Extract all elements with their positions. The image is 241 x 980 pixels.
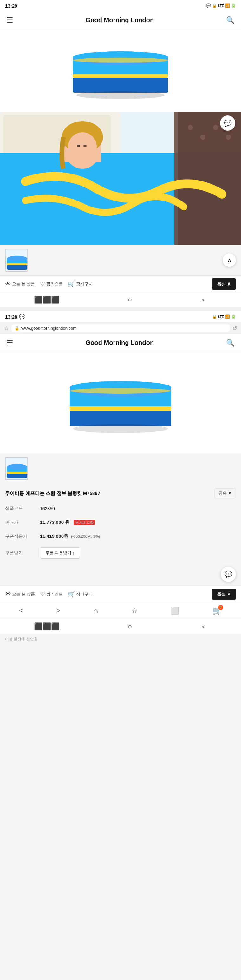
- status-icons-2: 🔒 LTE 📶 🔋: [212, 314, 236, 319]
- chat-bubble-float-1[interactable]: 💬: [220, 116, 235, 131]
- search-button-1[interactable]: 🔍: [226, 16, 235, 24]
- today-product-action-2[interactable]: 👁 오늘 본 상품: [5, 591, 35, 597]
- product-coupon-download-row: 쿠폰받기 쿠폰 다운받기 ↓: [0, 544, 241, 563]
- today-product-action-1[interactable]: 👁 오늘 본 상품: [5, 280, 35, 287]
- svg-rect-30: [70, 406, 171, 411]
- svg-rect-13: [178, 112, 241, 245]
- code-label: 상품코드: [0, 502, 35, 515]
- price-value-text: 11,773,000 원: [40, 519, 70, 525]
- signal-bars-icon-2: 📶: [225, 314, 230, 319]
- eye-icon-1: 👁: [5, 280, 11, 287]
- thumb-1[interactable]: [5, 249, 28, 272]
- coupon-download-label: 쿠폰받기: [0, 544, 35, 563]
- cart-label-2: 장바구니: [76, 591, 93, 597]
- status-bar-1: 13:29 💬 🔒 LTE 📶 🔋: [0, 0, 241, 11]
- cart-label-1: 장바구니: [76, 281, 93, 287]
- site-title-1: Good Morning London: [86, 16, 154, 24]
- code-value: 162350: [35, 502, 241, 515]
- today-product-label-1: 오늘 본 상품: [12, 281, 35, 287]
- url-text-2: www.goodmorninglondon.com: [21, 326, 76, 331]
- chat-status-icon: 💬: [206, 3, 211, 8]
- product-info-table-2: 상품코드 162350 판매가 11,773,000 원 부가세 포함 쿠폰적용…: [0, 502, 241, 563]
- product-image-area-2: [0, 352, 241, 453]
- bookmark-icon-2[interactable]: ☆: [4, 325, 9, 332]
- thumbnail-section-1: ∧: [0, 245, 241, 275]
- bottom-action-bar-1: 👁 오늘 본 상품 ♡ 찜리스트 🛒 장바구니 옵션 ∧: [0, 275, 241, 292]
- svg-point-14: [188, 125, 193, 130]
- phone-home-icon-2[interactable]: ○: [128, 622, 132, 631]
- bnav-cart-2[interactable]: 🛒 0: [212, 606, 222, 615]
- product-title-row-2: 루이비통 애프터눈 스윔 점보 블랭킷 M75897 공유 ▼: [0, 484, 241, 502]
- phone-nav-bar-2: ⬛⬛⬛ ○ ＜: [0, 619, 241, 634]
- options-label-2: 옵션: [217, 591, 226, 597]
- small-thumb-item-2[interactable]: [5, 457, 28, 480]
- reload-icon-2[interactable]: ↺: [232, 325, 237, 332]
- hamburger-menu-2[interactable]: ☰: [6, 339, 13, 347]
- hamburger-menu-1[interactable]: ☰: [6, 16, 13, 25]
- price-label: 판매가: [0, 515, 35, 530]
- wishlist-label-1: 찜리스트: [46, 281, 63, 287]
- product-code-row: 상품코드 162350: [0, 502, 241, 515]
- cart-action-2[interactable]: 🛒 장바구니: [68, 591, 93, 598]
- svg-rect-26: [7, 263, 27, 265]
- scroll-up-button-1[interactable]: ∧: [223, 253, 236, 267]
- bnav-back-2[interactable]: <: [19, 606, 23, 615]
- svg-point-23: [83, 145, 87, 147]
- bnav-star-2[interactable]: ☆: [131, 606, 138, 615]
- forward-nav-icon-2: >: [56, 606, 60, 615]
- signal-bars-icon: 📶: [225, 3, 230, 8]
- coupon-download-cell: 쿠폰 다운받기 ↓: [35, 544, 241, 563]
- phone-menu-icon-1[interactable]: ⬛⬛⬛: [34, 296, 60, 304]
- thumbnail-row-2: [0, 453, 241, 484]
- chevron-up-icon-1: ∧: [227, 281, 231, 286]
- svg-point-21: [68, 132, 97, 161]
- top-nav-1: ☰ Good Morning London 🔍: [0, 11, 241, 29]
- phone-menu-icon-2[interactable]: ⬛⬛⬛: [34, 622, 60, 631]
- svg-point-27: [7, 256, 27, 261]
- tax-badge: 부가세 포함: [74, 520, 95, 525]
- phone-back-icon-1[interactable]: ＜: [200, 295, 207, 305]
- site-title-2: Good Morning London: [86, 339, 154, 347]
- cart-icon-2: 🛒: [68, 591, 75, 598]
- chevron-up-icon-2: ∧: [227, 591, 231, 597]
- url-bar-2[interactable]: 🔒 www.goodmorninglondon.com: [11, 324, 230, 332]
- product-price-row: 판매가 11,773,000 원 부가세 포함: [0, 515, 241, 530]
- options-button-1[interactable]: 옵션 ∧: [212, 278, 236, 290]
- bnav-home-2[interactable]: ⌂: [94, 606, 98, 615]
- svg-rect-2: [73, 74, 168, 78]
- footer-text: 이불 한장에 천만원: [5, 636, 38, 642]
- section-divider: [0, 307, 241, 311]
- coupon-price-text: 11,419,800원: [40, 533, 68, 539]
- bnav-forward-2[interactable]: >: [56, 606, 60, 615]
- svg-rect-31: [70, 411, 171, 426]
- chat-float-area: 💬: [0, 563, 241, 585]
- product-image-area-1: [0, 29, 241, 112]
- coupon-download-text: 쿠폰 다운받기 ↓: [45, 550, 75, 556]
- signal-lte-icon-2: LTE: [218, 315, 224, 318]
- cart-action-1[interactable]: 🛒 장바구니: [68, 280, 93, 288]
- search-button-2[interactable]: 🔍: [226, 339, 235, 347]
- bottom-action-bar-2: 👁 오늘 본 상품 ♡ 찜리스트 🛒 장바구니 옵션 ∧: [0, 585, 241, 602]
- page-footer: 이불 한장에 천만원: [0, 634, 241, 644]
- phone-home-icon-1[interactable]: ○: [128, 296, 132, 304]
- home-nav-icon-2: ⌂: [94, 606, 98, 615]
- svg-point-39: [7, 464, 27, 470]
- phone-back-icon-2[interactable]: ＜: [200, 622, 207, 632]
- options-button-2[interactable]: 옵션 ∧: [212, 589, 236, 600]
- wishlist-action-2[interactable]: ♡ 찜리스트: [40, 591, 63, 598]
- lifestyle-svg: [0, 112, 241, 245]
- bnav-share-2[interactable]: ⬜: [171, 606, 179, 615]
- chat-bubble-float-2[interactable]: 💬: [221, 566, 236, 582]
- cart-icon-1: 🛒: [68, 280, 75, 288]
- product-coupon-row: 쿠폰적용가 11,419,800원 (-353,200원, 3%): [0, 530, 241, 544]
- status-bar-2: 13:28 💬 🔒 LTE 📶 🔋: [0, 311, 241, 322]
- coupon-discount-text: (-353,200원, 3%): [71, 534, 100, 539]
- svg-point-7: [76, 91, 165, 99]
- options-label-1: 옵션: [217, 282, 226, 286]
- price-value-cell: 11,773,000 원 부가세 포함: [35, 515, 241, 530]
- blanket-product-image-2: [63, 368, 178, 438]
- share-button-2[interactable]: 공유 ▼: [214, 488, 236, 498]
- coupon-download-button[interactable]: 쿠폰 다운받기 ↓: [40, 547, 80, 559]
- wishlist-action-1[interactable]: ♡ 찜리스트: [40, 280, 63, 288]
- svg-point-17: [226, 135, 231, 140]
